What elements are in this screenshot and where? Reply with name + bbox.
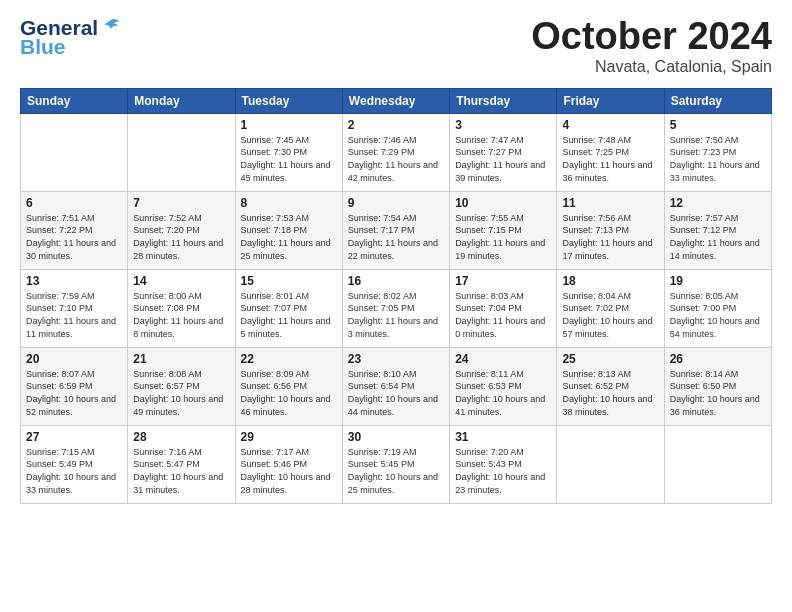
calendar-cell xyxy=(128,113,235,191)
day-info: Sunrise: 7:20 AM Sunset: 5:43 PM Dayligh… xyxy=(455,446,551,496)
calendar-cell: 17Sunrise: 8:03 AM Sunset: 7:04 PM Dayli… xyxy=(450,269,557,347)
day-info: Sunrise: 7:48 AM Sunset: 7:25 PM Dayligh… xyxy=(562,134,658,184)
day-info: Sunrise: 8:00 AM Sunset: 7:08 PM Dayligh… xyxy=(133,290,229,340)
calendar-cell: 7Sunrise: 7:52 AM Sunset: 7:20 PM Daylig… xyxy=(128,191,235,269)
day-number: 5 xyxy=(670,118,766,132)
day-number: 6 xyxy=(26,196,122,210)
weekday-header: Monday xyxy=(128,88,235,113)
day-number: 18 xyxy=(562,274,658,288)
calendar-cell: 21Sunrise: 8:08 AM Sunset: 6:57 PM Dayli… xyxy=(128,347,235,425)
calendar-cell: 31Sunrise: 7:20 AM Sunset: 5:43 PM Dayli… xyxy=(450,425,557,503)
day-number: 11 xyxy=(562,196,658,210)
calendar-cell: 8Sunrise: 7:53 AM Sunset: 7:18 PM Daylig… xyxy=(235,191,342,269)
day-info: Sunrise: 8:13 AM Sunset: 6:52 PM Dayligh… xyxy=(562,368,658,418)
day-info: Sunrise: 8:01 AM Sunset: 7:07 PM Dayligh… xyxy=(241,290,337,340)
day-info: Sunrise: 7:50 AM Sunset: 7:23 PM Dayligh… xyxy=(670,134,766,184)
day-info: Sunrise: 8:07 AM Sunset: 6:59 PM Dayligh… xyxy=(26,368,122,418)
day-number: 20 xyxy=(26,352,122,366)
day-info: Sunrise: 8:04 AM Sunset: 7:02 PM Dayligh… xyxy=(562,290,658,340)
calendar-cell: 4Sunrise: 7:48 AM Sunset: 7:25 PM Daylig… xyxy=(557,113,664,191)
day-number: 9 xyxy=(348,196,444,210)
weekday-header: Tuesday xyxy=(235,88,342,113)
day-info: Sunrise: 8:11 AM Sunset: 6:53 PM Dayligh… xyxy=(455,368,551,418)
day-number: 25 xyxy=(562,352,658,366)
day-info: Sunrise: 8:09 AM Sunset: 6:56 PM Dayligh… xyxy=(241,368,337,418)
calendar-cell: 1Sunrise: 7:45 AM Sunset: 7:30 PM Daylig… xyxy=(235,113,342,191)
day-info: Sunrise: 8:14 AM Sunset: 6:50 PM Dayligh… xyxy=(670,368,766,418)
day-number: 24 xyxy=(455,352,551,366)
weekday-header: Saturday xyxy=(664,88,771,113)
calendar-cell: 9Sunrise: 7:54 AM Sunset: 7:17 PM Daylig… xyxy=(342,191,449,269)
calendar-cell: 28Sunrise: 7:16 AM Sunset: 5:47 PM Dayli… xyxy=(128,425,235,503)
day-number: 30 xyxy=(348,430,444,444)
day-number: 1 xyxy=(241,118,337,132)
day-info: Sunrise: 7:46 AM Sunset: 7:29 PM Dayligh… xyxy=(348,134,444,184)
calendar-cell: 18Sunrise: 8:04 AM Sunset: 7:02 PM Dayli… xyxy=(557,269,664,347)
calendar-cell: 5Sunrise: 7:50 AM Sunset: 7:23 PM Daylig… xyxy=(664,113,771,191)
calendar-cell: 13Sunrise: 7:59 AM Sunset: 7:10 PM Dayli… xyxy=(21,269,128,347)
calendar-cell: 12Sunrise: 7:57 AM Sunset: 7:12 PM Dayli… xyxy=(664,191,771,269)
day-info: Sunrise: 8:05 AM Sunset: 7:00 PM Dayligh… xyxy=(670,290,766,340)
day-number: 28 xyxy=(133,430,229,444)
day-number: 23 xyxy=(348,352,444,366)
day-number: 4 xyxy=(562,118,658,132)
calendar-cell: 6Sunrise: 7:51 AM Sunset: 7:22 PM Daylig… xyxy=(21,191,128,269)
day-number: 19 xyxy=(670,274,766,288)
calendar-table: SundayMondayTuesdayWednesdayThursdayFrid… xyxy=(20,88,772,504)
calendar-cell: 27Sunrise: 7:15 AM Sunset: 5:49 PM Dayli… xyxy=(21,425,128,503)
calendar-cell: 29Sunrise: 7:17 AM Sunset: 5:46 PM Dayli… xyxy=(235,425,342,503)
calendar-cell: 2Sunrise: 7:46 AM Sunset: 7:29 PM Daylig… xyxy=(342,113,449,191)
day-number: 8 xyxy=(241,196,337,210)
weekday-header: Friday xyxy=(557,88,664,113)
day-info: Sunrise: 7:47 AM Sunset: 7:27 PM Dayligh… xyxy=(455,134,551,184)
calendar-cell: 15Sunrise: 8:01 AM Sunset: 7:07 PM Dayli… xyxy=(235,269,342,347)
calendar-week-row: 1Sunrise: 7:45 AM Sunset: 7:30 PM Daylig… xyxy=(21,113,772,191)
calendar-cell: 30Sunrise: 7:19 AM Sunset: 5:45 PM Dayli… xyxy=(342,425,449,503)
day-number: 15 xyxy=(241,274,337,288)
day-info: Sunrise: 7:56 AM Sunset: 7:13 PM Dayligh… xyxy=(562,212,658,262)
month-title: October 2024 xyxy=(531,16,772,58)
calendar-page: General Blue October 2024 Navata, Catalo… xyxy=(0,0,792,514)
weekday-header: Wednesday xyxy=(342,88,449,113)
calendar-cell: 22Sunrise: 8:09 AM Sunset: 6:56 PM Dayli… xyxy=(235,347,342,425)
calendar-cell: 14Sunrise: 8:00 AM Sunset: 7:08 PM Dayli… xyxy=(128,269,235,347)
day-info: Sunrise: 7:55 AM Sunset: 7:15 PM Dayligh… xyxy=(455,212,551,262)
day-info: Sunrise: 7:51 AM Sunset: 7:22 PM Dayligh… xyxy=(26,212,122,262)
day-info: Sunrise: 7:16 AM Sunset: 5:47 PM Dayligh… xyxy=(133,446,229,496)
day-info: Sunrise: 7:52 AM Sunset: 7:20 PM Dayligh… xyxy=(133,212,229,262)
calendar-cell xyxy=(21,113,128,191)
day-number: 2 xyxy=(348,118,444,132)
calendar-week-row: 27Sunrise: 7:15 AM Sunset: 5:49 PM Dayli… xyxy=(21,425,772,503)
day-number: 26 xyxy=(670,352,766,366)
day-number: 12 xyxy=(670,196,766,210)
calendar-cell xyxy=(557,425,664,503)
day-info: Sunrise: 8:10 AM Sunset: 6:54 PM Dayligh… xyxy=(348,368,444,418)
calendar-header-row: SundayMondayTuesdayWednesdayThursdayFrid… xyxy=(21,88,772,113)
day-number: 16 xyxy=(348,274,444,288)
day-number: 29 xyxy=(241,430,337,444)
day-info: Sunrise: 8:02 AM Sunset: 7:05 PM Dayligh… xyxy=(348,290,444,340)
day-info: Sunrise: 7:57 AM Sunset: 7:12 PM Dayligh… xyxy=(670,212,766,262)
calendar-cell: 10Sunrise: 7:55 AM Sunset: 7:15 PM Dayli… xyxy=(450,191,557,269)
day-info: Sunrise: 7:53 AM Sunset: 7:18 PM Dayligh… xyxy=(241,212,337,262)
calendar-cell: 23Sunrise: 8:10 AM Sunset: 6:54 PM Dayli… xyxy=(342,347,449,425)
day-number: 3 xyxy=(455,118,551,132)
header: General Blue October 2024 Navata, Catalo… xyxy=(20,16,772,76)
day-number: 14 xyxy=(133,274,229,288)
calendar-cell: 20Sunrise: 8:07 AM Sunset: 6:59 PM Dayli… xyxy=(21,347,128,425)
day-number: 10 xyxy=(455,196,551,210)
calendar-week-row: 13Sunrise: 7:59 AM Sunset: 7:10 PM Dayli… xyxy=(21,269,772,347)
day-number: 17 xyxy=(455,274,551,288)
day-info: Sunrise: 7:45 AM Sunset: 7:30 PM Dayligh… xyxy=(241,134,337,184)
day-number: 31 xyxy=(455,430,551,444)
day-info: Sunrise: 7:17 AM Sunset: 5:46 PM Dayligh… xyxy=(241,446,337,496)
logo: General Blue xyxy=(20,16,122,57)
logo-blue: Blue xyxy=(20,36,66,57)
title-block: October 2024 Navata, Catalonia, Spain xyxy=(531,16,772,76)
weekday-header: Sunday xyxy=(21,88,128,113)
day-info: Sunrise: 8:08 AM Sunset: 6:57 PM Dayligh… xyxy=(133,368,229,418)
calendar-week-row: 6Sunrise: 7:51 AM Sunset: 7:22 PM Daylig… xyxy=(21,191,772,269)
calendar-cell: 11Sunrise: 7:56 AM Sunset: 7:13 PM Dayli… xyxy=(557,191,664,269)
calendar-cell: 19Sunrise: 8:05 AM Sunset: 7:00 PM Dayli… xyxy=(664,269,771,347)
location: Navata, Catalonia, Spain xyxy=(531,58,772,76)
